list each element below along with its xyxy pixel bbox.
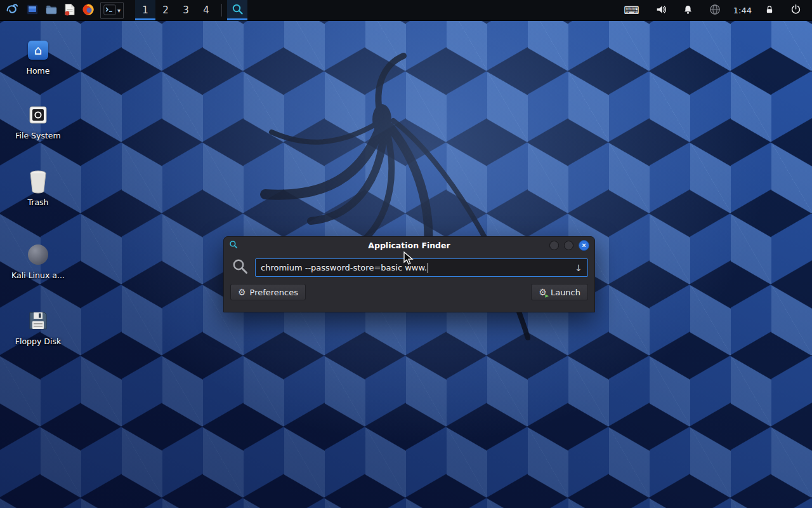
workspace-button-1[interactable]: 1 bbox=[135, 0, 155, 20]
gear-icon: ⚙ bbox=[238, 287, 246, 297]
command-input[interactable]: chromium --password-store=basic www. ↓ bbox=[255, 258, 588, 277]
kali-dragon-artwork bbox=[171, 44, 590, 362]
kali-menu-button[interactable] bbox=[0, 0, 23, 21]
mouse-cursor bbox=[403, 251, 416, 265]
screen-lock-tray-button[interactable] bbox=[761, 0, 778, 21]
top-panel: ▾ 1 2 3 4 ⌨ bbox=[0, 0, 812, 21]
desktop-icon-label: File System bbox=[9, 131, 67, 140]
globe-icon bbox=[709, 4, 721, 17]
app-finder-icon bbox=[232, 3, 244, 17]
dropdown-arrow-icon[interactable]: ↓ bbox=[571, 263, 582, 273]
power-icon bbox=[790, 4, 801, 17]
document-launcher[interactable] bbox=[61, 0, 79, 21]
lock-icon bbox=[764, 4, 775, 17]
workspace-button-2[interactable]: 2 bbox=[155, 0, 176, 20]
terminal-icon bbox=[103, 4, 116, 17]
folder-launcher[interactable] bbox=[42, 0, 61, 21]
kali-linux-icon bbox=[9, 241, 67, 268]
close-button[interactable]: × bbox=[579, 240, 589, 251]
desktop-icon-label: Kali Linux a... bbox=[9, 271, 67, 280]
clock[interactable]: 1:44 bbox=[733, 6, 752, 15]
workspace-button-3[interactable]: 3 bbox=[176, 0, 196, 20]
launch-button[interactable]: ⚙▶ Launch bbox=[531, 284, 588, 300]
panel-separator bbox=[221, 4, 222, 17]
desktop-icon-home[interactable]: ⌂ Home bbox=[9, 37, 67, 76]
desktop-icon-label: Floppy Disk bbox=[9, 337, 67, 346]
network-tray-button[interactable] bbox=[706, 0, 724, 21]
launch-icon: ⚙▶ bbox=[539, 287, 547, 297]
workspace-switcher: 1 2 3 4 bbox=[135, 0, 216, 20]
power-tray-button[interactable] bbox=[787, 0, 804, 21]
preferences-button-label: Preferences bbox=[250, 288, 298, 297]
application-finder-window: Application Finder × chromium --password… bbox=[223, 236, 595, 312]
document-icon bbox=[64, 3, 75, 18]
command-input-value: chromium --password-store=basic www. bbox=[261, 263, 427, 272]
desktop-icon-floppy-disk[interactable]: Floppy Disk bbox=[9, 307, 67, 346]
workspace-button-4[interactable]: 4 bbox=[196, 0, 216, 20]
desktop-icon-trash[interactable]: Trash bbox=[9, 168, 67, 207]
finder-actions: ⚙ Preferences ⚙▶ Launch bbox=[224, 277, 594, 308]
window-titlebar-icon bbox=[229, 239, 238, 251]
folder-icon bbox=[45, 3, 58, 18]
file-manager-icon bbox=[26, 3, 39, 18]
file-manager-launcher[interactable] bbox=[23, 0, 42, 21]
terminal-launcher[interactable]: ▾ bbox=[100, 2, 124, 19]
house-glyph: ⌂ bbox=[34, 43, 43, 58]
floppy-disk-icon bbox=[9, 307, 67, 334]
file-system-icon bbox=[9, 102, 67, 128]
desktop-icon-kali-linux[interactable]: Kali Linux a... bbox=[9, 241, 67, 280]
firefox-launcher[interactable] bbox=[79, 0, 98, 21]
panel-left-section: ▾ 1 2 3 4 bbox=[0, 0, 247, 20]
home-icon: ⌂ bbox=[9, 37, 67, 64]
volume-icon bbox=[655, 4, 667, 17]
volume-tray-button[interactable] bbox=[652, 0, 670, 21]
search-icon bbox=[232, 258, 249, 277]
text-caret bbox=[428, 263, 428, 273]
launch-button-label: Launch bbox=[551, 288, 580, 297]
preferences-button[interactable]: ⚙ Preferences bbox=[230, 284, 306, 300]
desktop-icon-label: Home bbox=[9, 66, 67, 76]
window-title: Application Finder bbox=[224, 241, 594, 250]
trash-icon bbox=[9, 168, 67, 195]
desktop-icon-file-system[interactable]: File System bbox=[9, 102, 67, 140]
desktop-icon-label: Trash bbox=[9, 197, 67, 207]
taskbar-application-finder[interactable] bbox=[227, 0, 247, 20]
minimize-button[interactable] bbox=[549, 241, 559, 250]
system-tray: ⌨ bbox=[620, 0, 812, 20]
kali-logo-icon bbox=[4, 3, 18, 18]
notifications-tray-button[interactable] bbox=[679, 0, 697, 21]
bell-icon bbox=[683, 4, 693, 17]
window-controls: × bbox=[549, 240, 589, 251]
chevron-down-icon: ▾ bbox=[117, 7, 121, 14]
maximize-button[interactable] bbox=[564, 241, 573, 250]
firefox-icon bbox=[82, 3, 95, 18]
keyboard-icon: ⌨ bbox=[624, 5, 639, 16]
keyboard-tray-button[interactable]: ⌨ bbox=[620, 0, 643, 21]
